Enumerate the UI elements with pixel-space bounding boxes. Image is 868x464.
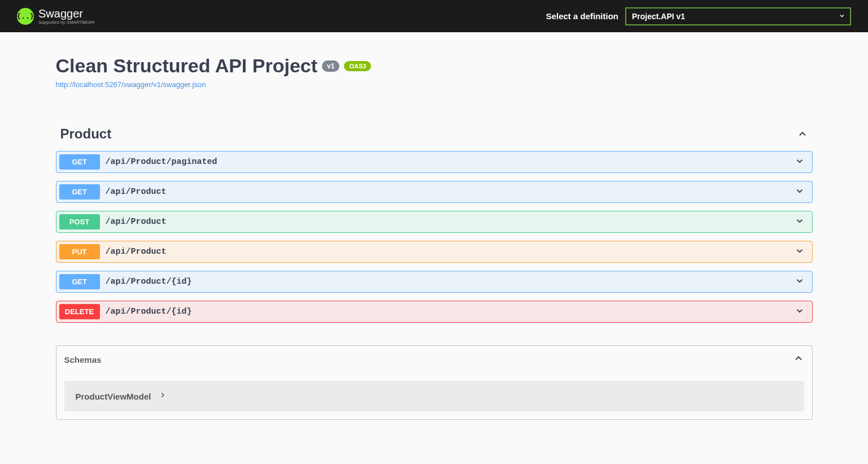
chevron-down-icon	[795, 306, 805, 318]
operation-block[interactable]: GET /api/Product/{id}	[56, 271, 813, 293]
schemas-header[interactable]: Schemas	[56, 346, 812, 373]
operation-block[interactable]: POST /api/Product	[56, 211, 813, 233]
topbar-left: {..} Swagger Supported by SMARTBEAR	[17, 8, 94, 25]
operation-path: /api/Product/paginated	[106, 157, 795, 167]
model-row[interactable]: ProductViewModel	[64, 381, 804, 411]
chevron-down-icon	[795, 216, 805, 228]
chevron-down-icon	[795, 186, 805, 198]
api-title: Clean Structured API Project	[56, 55, 318, 77]
operation-block[interactable]: DELETE /api/Product/{id}	[56, 301, 813, 323]
chevron-up-icon	[797, 128, 808, 140]
operation-summary[interactable]: GET /api/Product	[56, 181, 812, 202]
model-name: ProductViewModel	[76, 392, 151, 401]
operation-summary[interactable]: PUT /api/Product	[56, 241, 812, 262]
operation-summary[interactable]: DELETE /api/Product/{id}	[56, 301, 812, 322]
api-header: Clean Structured API Project v1 OAS3 htt…	[56, 55, 813, 89]
method-badge-put: PUT	[59, 244, 100, 259]
method-badge-delete: DELETE	[59, 304, 100, 319]
operation-summary[interactable]: POST /api/Product	[56, 211, 812, 232]
definition-label: Select a definition	[546, 11, 618, 21]
tag-header[interactable]: Product	[56, 120, 813, 148]
swagger-logo-text-wrap: Swagger Supported by SMARTBEAR	[38, 8, 94, 25]
definition-select[interactable]: Project.API v1	[625, 7, 851, 25]
swagger-logo-text: Swagger	[38, 8, 94, 19]
chevron-down-icon	[795, 276, 805, 288]
swagger-logo-icon: {..}	[17, 8, 34, 25]
chevron-up-icon	[793, 353, 804, 366]
method-badge-post: POST	[59, 214, 100, 229]
method-badge-get: GET	[59, 154, 100, 170]
schemas-title: Schemas	[64, 355, 102, 365]
method-badge-get: GET	[59, 274, 100, 289]
operation-path: /api/Product	[106, 187, 795, 197]
method-badge-get: GET	[59, 184, 100, 200]
operation-path: /api/Product/{id}	[106, 277, 795, 287]
operations-list: GET /api/Product/paginated GET /api/Prod…	[56, 151, 813, 323]
schemas-body: ProductViewModel	[56, 373, 812, 419]
chevron-down-icon	[795, 156, 805, 168]
tag-name: Product	[60, 126, 112, 142]
operation-block[interactable]: GET /api/Product/paginated	[56, 151, 813, 173]
operation-path: /api/Product	[106, 217, 795, 227]
operation-summary[interactable]: GET /api/Product/{id}	[56, 271, 812, 292]
operation-block[interactable]: PUT /api/Product	[56, 241, 813, 263]
operation-path: /api/Product/{id}	[106, 307, 795, 316]
operation-block[interactable]: GET /api/Product	[56, 181, 813, 203]
swagger-logo-subtext: Supported by SMARTBEAR	[38, 20, 94, 25]
swagger-json-link[interactable]: http://localhost:5267/swagger/v1/swagger…	[56, 80, 206, 89]
operation-path: /api/Product	[106, 247, 795, 257]
tag-section-product: Product GET /api/Product/paginated GET /…	[56, 120, 813, 323]
operation-summary[interactable]: GET /api/Product/paginated	[56, 151, 812, 172]
version-badge: v1	[322, 60, 339, 72]
definition-select-wrap: Project.API v1	[625, 7, 851, 25]
schemas-section: Schemas ProductViewModel	[56, 345, 813, 420]
main-container: Clean Structured API Project v1 OAS3 htt…	[39, 32, 830, 437]
topbar-right: Select a definition Project.API v1	[546, 7, 851, 25]
topbar: {..} Swagger Supported by SMARTBEAR Sele…	[0, 0, 868, 32]
swagger-logo[interactable]: {..} Swagger Supported by SMARTBEAR	[17, 8, 94, 25]
chevron-right-icon	[159, 391, 167, 401]
oas-badge: OAS3	[344, 61, 371, 71]
chevron-down-icon	[795, 246, 805, 258]
